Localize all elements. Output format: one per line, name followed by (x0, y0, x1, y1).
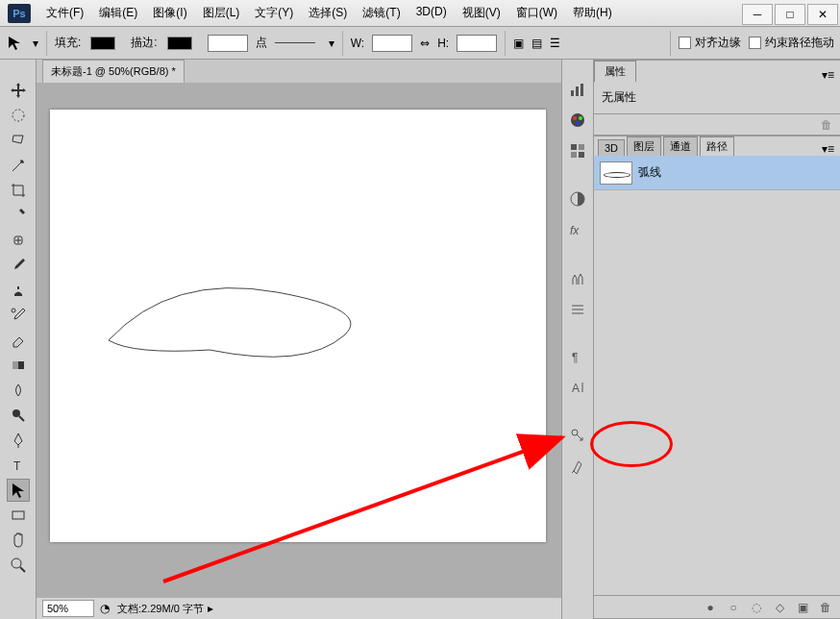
svg-text:A: A (572, 382, 580, 395)
align-edges-checkbox[interactable] (679, 37, 691, 49)
path-to-selection-icon[interactable]: ◌ (750, 601, 763, 614)
clone-stamp-tool[interactable] (7, 279, 30, 302)
stroke-width-input[interactable] (208, 35, 248, 52)
menu-image[interactable]: 图像(I) (145, 0, 194, 27)
stroke-path-icon[interactable]: ○ (727, 601, 740, 614)
constrain-label: 约束路径拖动 (765, 36, 834, 49)
menu-filter[interactable]: 滤镜(T) (355, 0, 408, 27)
swatches-panel-icon[interactable] (567, 140, 588, 161)
path-selection-tool[interactable] (7, 479, 30, 502)
close-button[interactable]: ✕ (807, 4, 838, 25)
document-tab[interactable]: 未标题-1 @ 50%(RGB/8) * (42, 60, 185, 83)
hand-tool[interactable] (7, 529, 30, 552)
adjustments-panel-icon[interactable] (567, 188, 588, 210)
link-wh-icon[interactable]: ⇔ (420, 37, 430, 50)
delete-path-icon[interactable]: 🗑 (819, 601, 832, 614)
menu-select[interactable]: 选择(S) (301, 0, 355, 27)
svg-rect-20 (579, 152, 584, 158)
eraser-tool[interactable] (7, 329, 30, 352)
stroke-style-dropdown[interactable] (275, 37, 321, 50)
trash-icon[interactable]: 🗑 (821, 118, 832, 132)
maximize-button[interactable]: □ (775, 4, 805, 25)
menu-view[interactable]: 视图(V) (455, 0, 508, 27)
selection-to-path-icon[interactable]: ◇ (773, 601, 786, 614)
magic-wand-tool[interactable] (7, 154, 30, 177)
path-ops-icon[interactable]: ▣ (513, 37, 524, 50)
panel-menu-icon[interactable]: ▾≡ (822, 68, 840, 82)
paragraph-panel-icon[interactable]: ¶ (567, 346, 588, 367)
tool-presets-icon[interactable] (567, 456, 588, 477)
menu-bar: 文件(F) 编辑(E) 图像(I) 图层(L) 文字(Y) 选择(S) 滤镜(T… (38, 0, 742, 27)
canvas-viewport[interactable] (37, 83, 561, 598)
crop-tool[interactable] (7, 179, 30, 202)
paths-tab[interactable]: 路径 (700, 136, 734, 156)
pen-tool[interactable] (7, 429, 30, 452)
dodge-tool[interactable] (7, 404, 30, 427)
menu-edit[interactable]: 编辑(E) (91, 0, 145, 27)
document-area: 未标题-1 @ 50%(RGB/8) * 50% ◔ 文档:2.29M/0 字节… (37, 60, 561, 619)
menu-layer[interactable]: 图层(L) (195, 0, 248, 27)
stroke-swatch[interactable] (167, 37, 192, 50)
minimize-button[interactable]: ─ (742, 4, 773, 25)
paths-list[interactable]: 弧线 (594, 156, 840, 595)
history-brush-tool[interactable] (7, 304, 30, 327)
menu-file[interactable]: 文件(F) (38, 0, 91, 27)
character-panel-icon[interactable]: A (567, 377, 588, 398)
rectangle-tool[interactable] (7, 504, 30, 527)
color-panel-icon[interactable] (567, 110, 588, 131)
healing-brush-tool[interactable] (7, 229, 30, 252)
document-info: 文档:2.29M/0 字节 (110, 602, 204, 616)
histogram-panel-icon[interactable] (567, 79, 588, 100)
zoom-level-input[interactable]: 50% (42, 600, 94, 617)
menu-window[interactable]: 窗口(W) (508, 0, 565, 27)
marquee-tool[interactable] (7, 104, 30, 127)
lasso-tool[interactable] (7, 129, 30, 152)
properties-footer: 🗑 (594, 113, 840, 135)
move-tool[interactable] (7, 79, 30, 102)
svg-point-0 (12, 110, 24, 121)
eyedropper-tool[interactable] (7, 204, 30, 227)
status-icon[interactable]: ◔ (100, 602, 110, 615)
channels-tab[interactable]: 通道 (663, 136, 698, 156)
fill-swatch[interactable] (90, 37, 115, 50)
styles-panel-icon[interactable]: fx (567, 219, 588, 240)
path-align-icon[interactable]: ▤ (531, 37, 542, 50)
gradient-tool[interactable] (7, 354, 30, 377)
panel-menu-icon[interactable]: ▾≡ (822, 142, 840, 156)
app-logo: Ps (8, 4, 31, 23)
brush-presets-icon[interactable] (567, 298, 588, 319)
blur-tool[interactable] (7, 379, 30, 402)
menu-help[interactable]: 帮助(H) (565, 0, 620, 27)
svg-point-9 (12, 558, 21, 568)
canvas[interactable] (50, 110, 546, 542)
height-input[interactable] (457, 35, 497, 52)
title-bar: Ps 文件(F) 编辑(E) 图像(I) 图层(L) 文字(Y) 选择(S) 滤… (0, 0, 840, 27)
fill-path-icon[interactable]: ● (704, 601, 717, 614)
layers-tab[interactable]: 图层 (627, 136, 661, 156)
3d-tab[interactable]: 3D (598, 139, 625, 156)
separator (46, 31, 47, 56)
svg-rect-10 (571, 90, 574, 96)
svg-rect-17 (571, 144, 577, 150)
width-input[interactable] (372, 35, 412, 52)
constrain-checkbox[interactable] (749, 37, 761, 49)
align-edges-label: 对齐边缘 (695, 36, 741, 49)
menu-3d[interactable]: 3D(D) (408, 0, 455, 27)
new-path-icon[interactable]: ▣ (796, 601, 809, 614)
properties-tab[interactable]: 属性 (594, 61, 636, 82)
svg-text:fx: fx (570, 224, 580, 237)
arc-path-shape[interactable] (104, 283, 373, 369)
doc-info-dropdown[interactable]: ▸ (208, 602, 213, 615)
separator (505, 31, 506, 56)
path-item[interactable]: 弧线 (594, 156, 840, 190)
zoom-tool[interactable] (7, 554, 30, 577)
svg-point-3 (12, 309, 15, 312)
brush-tool[interactable] (7, 254, 30, 277)
brushes-panel-icon[interactable] (567, 267, 588, 288)
menu-type[interactable]: 文字(Y) (247, 0, 301, 27)
path-thumbnail[interactable] (600, 161, 632, 185)
clone-source-icon[interactable] (567, 425, 588, 446)
type-tool[interactable]: T (7, 454, 30, 477)
path-arrange-icon[interactable]: ☰ (550, 37, 560, 50)
current-tool-icon[interactable] (6, 34, 25, 53)
